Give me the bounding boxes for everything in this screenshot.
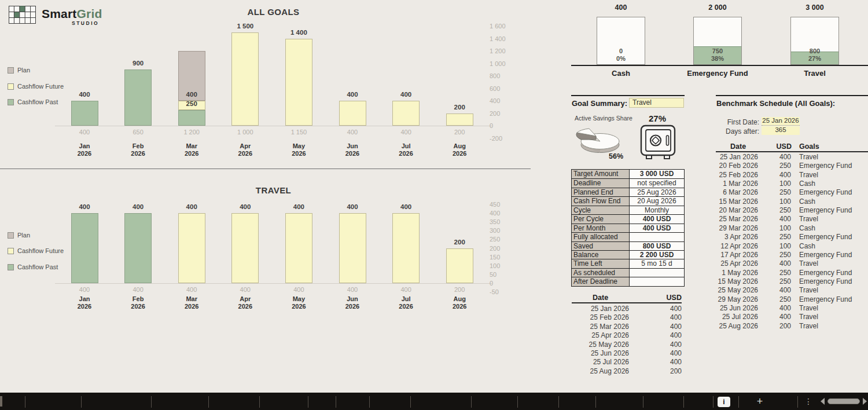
payments-date-header: Date	[593, 294, 608, 302]
benchmark-amount: 250	[763, 233, 791, 241]
scrollbar-thumb[interactable]	[827, 398, 860, 404]
mini-goal-gauge: 80027%	[790, 17, 839, 65]
goal-summary-label: Goal Summary:	[572, 99, 627, 108]
benchmark-date: 15 May 2026	[711, 277, 758, 285]
tab-divider	[595, 396, 596, 408]
benchmark-date: 12 Apr 2026	[711, 242, 758, 250]
travel-year-label: 2026	[64, 303, 105, 310]
payment-date: 25 May 2026	[570, 341, 629, 349]
all_goals-legend-swatch-past	[8, 99, 14, 105]
all_goals-month-label: Feb	[118, 142, 159, 149]
all_goals-bottom-value: 400	[332, 129, 373, 136]
tab-divider	[410, 396, 411, 408]
tab-scroll-edge[interactable]	[0, 396, 2, 407]
tab-divider	[151, 396, 152, 408]
detail-row: Fully allocated	[572, 232, 684, 241]
detail-value: 400 USD	[630, 215, 684, 224]
first-date-input[interactable]: 25 Jan 2026	[762, 117, 800, 126]
scroll-left-arrow[interactable]	[821, 398, 825, 405]
all_goals-bottom-value: 1 150	[278, 129, 319, 136]
detail-label: Cycle	[572, 206, 630, 215]
tab-divider	[259, 396, 260, 408]
detail-label: Per Cycle	[572, 215, 630, 224]
all_goals-bottom-value: 650	[118, 129, 159, 136]
detail-label: After Deadline	[572, 277, 630, 285]
benchmark-goal: Emergency Fund	[799, 295, 867, 303]
mini-goal-target: 3 000	[786, 3, 844, 12]
mini-goal-saved: 750	[694, 47, 741, 54]
travel-bar-value-label: 400	[332, 203, 373, 210]
benchmark-goal: Emergency Fund	[799, 162, 867, 170]
travel-bottom-value: 400	[332, 286, 373, 293]
share-percent-label: 56%	[609, 152, 623, 160]
goal-summary-goal-select[interactable]: Travel	[629, 98, 684, 108]
all_goals-month-label: Jun	[332, 142, 373, 149]
travel-bar-value-label: 400	[225, 203, 266, 210]
travel-bar-value-label: 400	[64, 203, 105, 210]
benchmark-date: 25 Apr 2026	[711, 259, 758, 268]
all_goals-month-label: Apr	[225, 142, 266, 149]
all_goals-bar-future	[392, 101, 420, 126]
all_goals-month-label: Jul	[386, 142, 426, 149]
travel-month-label: Feb	[118, 295, 159, 302]
benchmark-goal: Emergency Fund	[799, 277, 867, 285]
benchmark-date-header: Date	[730, 142, 746, 151]
benchmark-date: 25 Feb 2026	[711, 171, 758, 179]
all_goals-legend-label-past: Cashflow Past	[17, 98, 58, 105]
scroll-right-arrow[interactable]	[863, 398, 867, 405]
detail-label: As scheduled	[572, 269, 630, 277]
benchmark-date: 20 Mar 2026	[711, 206, 758, 214]
benchmark-goal: Travel	[799, 313, 867, 321]
detail-label: Target Amount	[572, 170, 630, 178]
all_goals-year-label: 2026	[332, 150, 373, 157]
all_goals-bottom-value: 400	[386, 129, 426, 136]
detail-row: As scheduled	[572, 268, 684, 277]
travel-legend-swatch-plan	[8, 232, 14, 239]
savings-dashboard: SmartGrid STUDIO ALL GOALS TRAVEL PlanCa…	[0, 0, 868, 410]
all_goals-y-tick: 1 600	[490, 23, 518, 30]
travel-y-tick: -50	[490, 288, 518, 295]
tab-divider	[369, 396, 370, 408]
first-date-label: First Date:	[711, 118, 759, 126]
tab-menu-button[interactable]: ⋮	[804, 396, 812, 407]
benchmark-amount: 250	[763, 206, 791, 214]
detail-value: not specified	[630, 179, 684, 188]
travel-bottom-value: 400	[225, 286, 266, 293]
travel-bar-future	[446, 248, 473, 283]
travel-month-label: Apr	[225, 295, 266, 302]
benchmark-amount: 250	[763, 269, 791, 277]
detail-value: 20 Aug 2026	[630, 197, 684, 206]
all_goals-year-label: 2026	[64, 150, 105, 157]
travel-year-label: 2026	[439, 303, 480, 310]
benchmark-goal: Travel	[799, 259, 867, 268]
travel-bottom-value: 400	[118, 286, 159, 293]
travel-bottom-value: 200	[439, 286, 480, 293]
benchmark-amount: 250	[763, 251, 791, 259]
mini-goal-pct: 27%	[791, 55, 838, 62]
travel-bar-future	[231, 213, 259, 283]
goal-details-table: Target Amount3 000 USDDeadlinenot specif…	[571, 169, 685, 287]
travel-bar-future	[392, 213, 420, 283]
benchmark-amount: 250	[763, 295, 791, 303]
travel-year-label: 2026	[171, 303, 212, 310]
all_goals-y-tick: 600	[490, 85, 518, 92]
tab-divider	[336, 396, 336, 408]
benchmark-date: 20 Feb 2026	[711, 162, 758, 170]
info-sheet-icon[interactable]: i	[718, 397, 730, 407]
add-sheet-button[interactable]: +	[752, 396, 767, 407]
mini-goal-target: 400	[592, 3, 650, 12]
benchmark-goal: Cash	[799, 224, 867, 232]
all_goals-bar-future	[231, 32, 259, 126]
all_goals-bottom-value: 200	[439, 129, 480, 136]
benchmark-amount: 400	[763, 313, 791, 321]
benchmark-amount: 250	[763, 188, 791, 196]
all_goals-inner-segment-label: 250	[174, 100, 209, 107]
days-after-input[interactable]: 365	[762, 126, 800, 135]
benchmark-goal: Emergency Fund	[799, 251, 867, 259]
benchmark-goal: Travel	[799, 171, 867, 179]
payment-amount: 400	[653, 313, 682, 321]
travel-bottom-value: 400	[278, 286, 319, 293]
benchmark-title: Benchmark Schedule (All Goals):	[716, 99, 835, 108]
all_goals-year-label: 2026	[439, 150, 480, 157]
mini-goals-baseline	[571, 65, 868, 66]
